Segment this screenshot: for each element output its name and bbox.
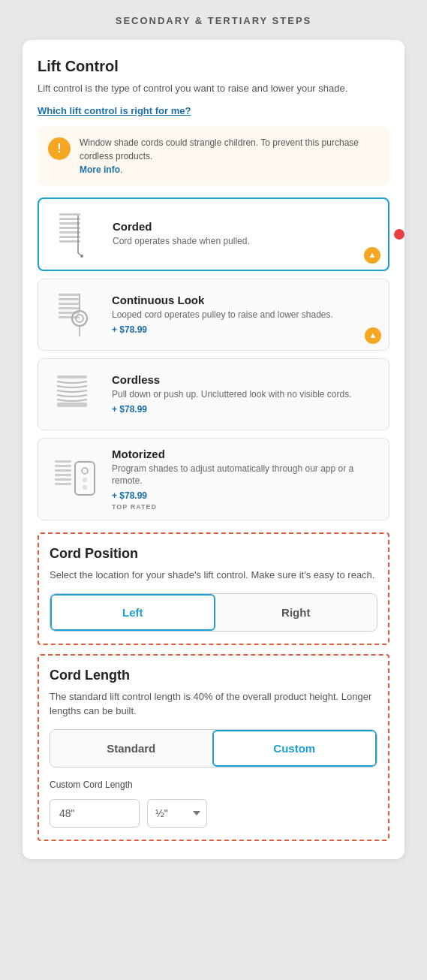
svg-rect-12 — [59, 303, 80, 305]
cord-length-title: Cord Length — [50, 668, 377, 683]
custom-cord-length-label: Custom Cord Length — [50, 779, 377, 790]
cord-position-toggle: Left Right — [50, 593, 377, 632]
cord-length-custom-btn[interactable]: Custom — [212, 730, 377, 767]
svg-rect-5 — [59, 236, 80, 238]
cordless-price: + $78.99 — [112, 404, 378, 415]
warning-box: ! Window shade cords could strangle chil… — [38, 127, 389, 185]
cordless-image — [49, 368, 101, 421]
option-motorized[interactable]: Motorized Program shades to adjust autom… — [38, 438, 389, 521]
svg-rect-22 — [55, 460, 71, 463]
svg-rect-6 — [59, 240, 80, 243]
cord-position-right-btn[interactable]: Right — [215, 594, 377, 631]
continuous-image — [49, 288, 101, 341]
continuous-name: Continuous Look — [112, 294, 378, 306]
motorized-info: Motorized Program shades to adjust autom… — [112, 448, 378, 511]
motorized-price: + $78.99 — [112, 490, 378, 501]
option-continuous[interactable]: Continuous Look Looped cord operates pul… — [38, 279, 389, 351]
svg-rect-21 — [57, 403, 87, 407]
cordless-name: Cordless — [112, 373, 378, 386]
cordless-desc: Pull down or push up. Uncluttered look w… — [112, 388, 378, 401]
cord-position-section: Cord Position Select the location for yo… — [38, 532, 389, 645]
fraction-select-wrapper: ½" ¼" ¾" 0" — [147, 799, 207, 828]
cordless-info: Cordless Pull down or push up. Unclutter… — [112, 373, 378, 415]
svg-rect-0 — [59, 213, 80, 216]
svg-rect-11 — [59, 298, 80, 300]
cord-position-title: Cord Position — [50, 546, 377, 562]
svg-rect-26 — [55, 478, 71, 481]
custom-cord-length-container: Custom Cord Length ½" ¼" ¾" 0" — [50, 779, 377, 828]
svg-rect-20 — [57, 375, 87, 378]
svg-point-9 — [80, 255, 83, 258]
page-title: SECONDARY & TERTIARY STEPS — [23, 15, 404, 26]
help-link[interactable]: Which lift control is right for me? — [38, 105, 191, 116]
continuous-arrow: ▲ — [365, 327, 381, 344]
corded-info: Corded Cord operates shade when pulled. — [113, 220, 377, 248]
svg-rect-3 — [59, 227, 80, 229]
svg-rect-4 — [59, 231, 80, 234]
motorized-desc: Program shades to adjust automatically t… — [112, 463, 378, 488]
svg-point-30 — [83, 478, 87, 482]
more-info-link[interactable]: More info — [80, 164, 120, 175]
fraction-select[interactable]: ½" ¼" ¾" 0" — [147, 799, 207, 828]
main-card: Lift Control Lift control is the type of… — [23, 40, 404, 859]
option-cordless[interactable]: Cordless Pull down or push up. Unclutter… — [38, 358, 389, 430]
selected-indicator — [394, 229, 404, 240]
cord-position-desc: Select the location for your shade's lif… — [50, 568, 377, 583]
motorized-image — [49, 453, 101, 505]
continuous-price: + $78.99 — [112, 324, 378, 335]
cord-length-toggle: Standard Custom — [50, 729, 377, 767]
cord-position-left-btn[interactable]: Left — [50, 594, 215, 631]
lift-control-title: Lift Control — [38, 58, 389, 75]
corded-arrow: ▲ — [364, 247, 380, 264]
option-corded[interactable]: Corded Cord operates shade when pulled. … — [38, 198, 389, 271]
svg-rect-1 — [59, 218, 80, 220]
continuous-info: Continuous Look Looped cord operates pul… — [112, 294, 378, 335]
svg-rect-2 — [59, 222, 80, 225]
cord-length-standard-btn[interactable]: Standard — [50, 730, 212, 767]
custom-input-row: ½" ¼" ¾" 0" — [50, 799, 377, 828]
motorized-badge: TOP RATED — [112, 503, 378, 511]
corded-name: Corded — [113, 220, 377, 233]
svg-point-31 — [83, 485, 87, 490]
warning-icon: ! — [48, 137, 71, 160]
lift-control-section: Lift Control Lift control is the type of… — [38, 58, 389, 520]
cord-length-desc: The standard lift control length is 40% … — [50, 689, 377, 719]
svg-rect-23 — [55, 465, 71, 467]
svg-rect-27 — [55, 483, 71, 485]
cord-length-section: Cord Length The standard lift control le… — [38, 654, 389, 841]
corded-desc: Cord operates shade when pulled. — [113, 235, 377, 248]
svg-rect-13 — [59, 307, 80, 309]
corded-image — [50, 208, 102, 261]
custom-cord-length-input[interactable] — [50, 799, 140, 828]
lift-control-desc: Lift control is the type of control you … — [38, 81, 389, 96]
svg-rect-10 — [59, 294, 80, 296]
svg-rect-25 — [55, 474, 71, 476]
continuous-desc: Looped cord operates pulley to raise and… — [112, 309, 378, 321]
svg-point-29 — [82, 468, 88, 474]
svg-rect-24 — [55, 469, 71, 472]
page-wrapper: SECONDARY & TERTIARY STEPS Lift Control … — [0, 0, 427, 980]
warning-text: Window shade cords could strangle childr… — [80, 136, 379, 176]
motorized-name: Motorized — [112, 448, 378, 460]
